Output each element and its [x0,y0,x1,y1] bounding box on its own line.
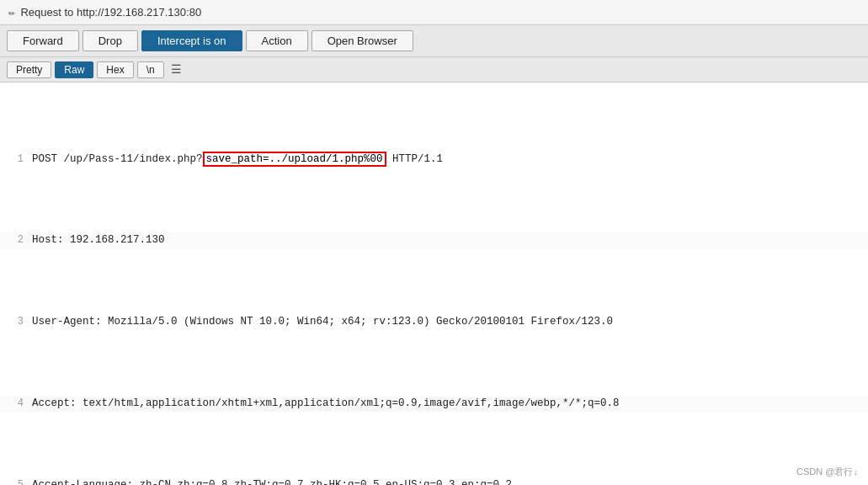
code-area: 1 POST /up/Pass-11/index.php?save_path=.… [0,83,868,485]
code-line-2: 2 Host: 192.168.217.130 [0,232,868,248]
drop-button[interactable]: Drop [83,30,138,51]
open-browser-button[interactable]: Open Browser [312,30,413,51]
tab-hex[interactable]: Hex [97,61,133,78]
line-content-3: User-Agent: Mozilla/5.0 (Windows NT 10.0… [32,314,863,330]
title-text: Request to http://192.168.217.130:80 [20,6,201,19]
tab-bar: Pretty Raw Hex \n ☰ [0,57,868,83]
line-content-5: Accept-Language: zh-CN,zh;q=0.8,zh-TW;q=… [32,477,863,485]
toolbar: Forward Drop Intercept is on Action Open… [0,25,868,57]
code-content: 1 POST /up/Pass-11/index.php?save_path=.… [0,83,868,485]
code-line-3: 3 User-Agent: Mozilla/5.0 (Windows NT 10… [0,314,868,330]
tab-raw[interactable]: Raw [55,61,93,78]
tab-newline[interactable]: \n [137,61,164,78]
line-num-3: 3 [5,314,24,330]
line-num-5: 5 [5,477,24,485]
highlight-save-path: save_path=../upload/1.php%00 [203,152,386,167]
forward-button[interactable]: Forward [7,30,79,51]
line-content-1: POST /up/Pass-11/index.php?save_path=../… [32,152,863,168]
code-line-4: 4 Accept: text/html,application/xhtml+xm… [0,396,868,412]
line-content-2: Host: 192.168.217.130 [32,232,863,248]
menu-icon[interactable]: ☰ [168,61,185,78]
line-content-4: Accept: text/html,application/xhtml+xml,… [32,396,863,412]
line-num-1: 1 [5,152,24,168]
code-line-5: 5 Accept-Language: zh-CN,zh;q=0.8,zh-TW;… [0,477,868,485]
title-bar: ✏️ Request to http://192.168.217.130:80 [0,0,868,25]
watermark: CSDN @君行↓ [796,466,858,478]
action-button[interactable]: Action [246,30,308,51]
edit-icon: ✏️ [8,5,15,19]
intercept-button[interactable]: Intercept is on [141,30,242,51]
code-line-1: 1 POST /up/Pass-11/index.php?save_path=.… [0,152,868,168]
line-num-4: 4 [5,396,24,412]
line-num-2: 2 [5,232,24,248]
tab-pretty[interactable]: Pretty [7,61,51,78]
